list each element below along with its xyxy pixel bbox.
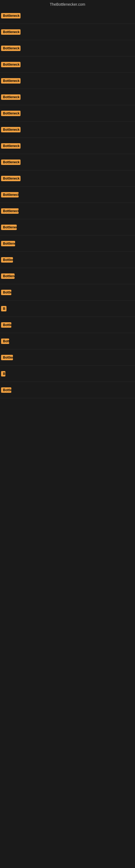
result-row-9: Bottleneck result [0, 138, 135, 154]
bottleneck-badge-8[interactable]: Bottleneck result [1, 127, 20, 132]
site-title: TheBottlenecker.com [0, 0, 135, 8]
bottleneck-badge-6[interactable]: Bottleneck result [1, 94, 20, 100]
results-container: Bottleneck resultBottleneck resultBottle… [0, 8, 135, 615]
result-row-16: Bottlen [0, 252, 135, 268]
result-row-2: Bottleneck result [0, 24, 135, 40]
bottleneck-badge-10[interactable]: Bottleneck result [1, 159, 20, 165]
result-row-1: Bottleneck result [0, 8, 135, 24]
bottleneck-badge-5[interactable]: Bottleneck result [1, 78, 20, 84]
result-row-19: B [0, 301, 135, 317]
result-row-15: Bottleneck r [0, 236, 135, 252]
result-row-20: Bottle [0, 317, 135, 333]
result-row-23: B [0, 366, 135, 382]
result-row-14: Bottleneck resu [0, 219, 135, 236]
result-row-11: Bottleneck result [0, 170, 135, 187]
bottleneck-badge-18[interactable]: Bottle [1, 290, 11, 295]
bottleneck-badge-16[interactable]: Bottlen [1, 257, 13, 262]
result-row-18: Bottle [0, 284, 135, 301]
bottleneck-badge-1[interactable]: Bottleneck result [1, 13, 20, 19]
bottleneck-badge-13[interactable]: Bottleneck resu [1, 208, 18, 214]
bottleneck-badge-7[interactable]: Bottleneck result [1, 111, 20, 116]
bottleneck-badge-12[interactable]: Bottleneck resu [1, 192, 18, 197]
bottleneck-badge-20[interactable]: Bottle [1, 322, 11, 328]
bottleneck-badge-23[interactable]: B [1, 371, 5, 376]
page-wrapper: TheBottlenecker.com Bottleneck resultBot… [0, 0, 135, 868]
result-row-17: Bottleneck [0, 268, 135, 284]
result-row-5: Bottleneck result [0, 73, 135, 89]
bottleneck-badge-4[interactable]: Bottleneck result [1, 62, 20, 67]
result-row-21: Bott [0, 333, 135, 349]
bottleneck-badge-2[interactable]: Bottleneck result [1, 29, 20, 35]
bottleneck-badge-19[interactable]: B [1, 306, 6, 311]
bottleneck-badge-11[interactable]: Bottleneck result [1, 176, 20, 181]
bottleneck-badge-14[interactable]: Bottleneck resu [1, 225, 17, 230]
result-row-12: Bottleneck resu [0, 187, 135, 203]
bottleneck-badge-15[interactable]: Bottleneck r [1, 241, 15, 246]
result-row-22: Bottlens [0, 349, 135, 366]
result-row-10: Bottleneck result [0, 154, 135, 170]
bottleneck-badge-3[interactable]: Bottleneck result [1, 45, 20, 51]
result-row-4: Bottleneck result [0, 56, 135, 73]
bottleneck-badge-21[interactable]: Bott [1, 339, 9, 344]
bottleneck-badge-22[interactable]: Bottlens [1, 355, 13, 360]
bottleneck-badge-24[interactable]: Bottle [1, 388, 11, 393]
result-row-7: Bottleneck result [0, 105, 135, 122]
result-row-6: Bottleneck result [0, 89, 135, 105]
result-row-24: Bottle [0, 382, 135, 398]
bottleneck-badge-9[interactable]: Bottleneck result [1, 143, 20, 149]
result-row-8: Bottleneck result [0, 122, 135, 138]
result-row-13: Bottleneck resu [0, 203, 135, 219]
result-row-3: Bottleneck result [0, 40, 135, 56]
bottleneck-badge-17[interactable]: Bottleneck [1, 273, 14, 279]
